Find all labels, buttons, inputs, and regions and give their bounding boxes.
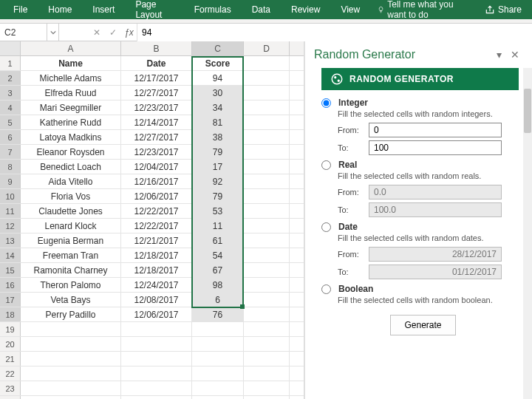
cell-D17[interactable] bbox=[244, 293, 290, 307]
row-header[interactable]: 23 bbox=[0, 381, 21, 395]
cell-C18[interactable]: 76 bbox=[192, 307, 244, 321]
cell-B2[interactable]: 12/17/2017 bbox=[121, 71, 192, 85]
pane-scrollbar[interactable] bbox=[523, 68, 532, 399]
cell-D15[interactable] bbox=[244, 263, 290, 277]
cell-C1[interactable]: Score bbox=[192, 56, 244, 70]
cell-B23[interactable] bbox=[121, 381, 192, 395]
generate-button[interactable]: Generate bbox=[390, 315, 455, 335]
cell-A16[interactable]: Theron Palomo bbox=[21, 278, 121, 292]
cell-D7[interactable] bbox=[244, 145, 290, 159]
row-header[interactable]: 3 bbox=[0, 86, 21, 100]
row-header[interactable]: 10 bbox=[0, 189, 21, 203]
option-date[interactable]: Date bbox=[321, 222, 525, 232]
integer-from-input[interactable] bbox=[369, 123, 502, 137]
cell-D19[interactable] bbox=[244, 322, 290, 336]
cell-A13[interactable]: Eugenia Berman bbox=[21, 233, 121, 248]
cell-D23[interactable] bbox=[244, 381, 290, 395]
cell-C5[interactable]: 81 bbox=[192, 115, 244, 129]
cell-D14[interactable] bbox=[244, 248, 290, 262]
col-header-a[interactable]: A bbox=[21, 41, 121, 55]
cell-C20[interactable] bbox=[192, 337, 244, 351]
row-header[interactable]: 11 bbox=[0, 204, 21, 218]
ribbon-tab-view[interactable]: View bbox=[330, 0, 370, 19]
cell-A9[interactable]: Aida Vitello bbox=[21, 174, 121, 188]
integer-to-input[interactable] bbox=[369, 140, 502, 155]
cell-D24[interactable] bbox=[244, 396, 290, 399]
cell-D8[interactable] bbox=[244, 160, 290, 174]
radio-boolean[interactable] bbox=[321, 284, 331, 294]
cell-B14[interactable]: 12/18/2017 bbox=[121, 248, 192, 262]
row-header[interactable]: 8 bbox=[0, 160, 21, 174]
cell-C4[interactable]: 34 bbox=[192, 100, 244, 115]
cell-A5[interactable]: Katherine Rudd bbox=[21, 115, 121, 129]
row-header[interactable]: 7 bbox=[0, 145, 21, 159]
radio-real[interactable] bbox=[321, 160, 331, 170]
ribbon-tab-file[interactable]: File bbox=[3, 0, 38, 19]
row-header[interactable]: 9 bbox=[0, 174, 21, 188]
radio-integer[interactable] bbox=[321, 98, 331, 108]
cell-C12[interactable]: 11 bbox=[192, 219, 244, 233]
cell-A4[interactable]: Mari Seegmiller bbox=[21, 100, 121, 115]
cell-A6[interactable]: Latoya Madkins bbox=[21, 130, 121, 144]
cell-A15[interactable]: Ramonita Charney bbox=[21, 263, 121, 277]
cell-D1[interactable] bbox=[244, 56, 290, 70]
cell-A10[interactable]: Floria Vos bbox=[21, 189, 121, 203]
formula-cancel[interactable]: ✕ bbox=[89, 24, 105, 41]
cell-D18[interactable] bbox=[244, 307, 290, 321]
row-header[interactable]: 2 bbox=[0, 71, 21, 85]
cell-B19[interactable] bbox=[121, 322, 192, 336]
ribbon-tab-formulas[interactable]: Formulas bbox=[184, 0, 242, 19]
row-header[interactable]: 17 bbox=[0, 293, 21, 307]
cell-C19[interactable] bbox=[192, 322, 244, 336]
row-header[interactable]: 6 bbox=[0, 130, 21, 144]
cell-A8[interactable]: Benedict Loach bbox=[21, 160, 121, 174]
cell-A22[interactable] bbox=[21, 366, 121, 381]
cell-B22[interactable] bbox=[121, 366, 192, 381]
cell-C3[interactable]: 30 bbox=[192, 86, 244, 100]
cell-A2[interactable]: Michelle Adams bbox=[21, 71, 121, 85]
cell-B18[interactable]: 12/06/2017 bbox=[121, 307, 192, 321]
cell-A1[interactable]: Name bbox=[21, 56, 121, 70]
row-header[interactable]: 24 bbox=[0, 396, 21, 399]
ribbon-tab-insert[interactable]: Insert bbox=[82, 0, 125, 19]
pane-menu[interactable]: ▾ bbox=[491, 49, 507, 61]
option-boolean[interactable]: Boolean bbox=[321, 284, 525, 294]
option-integer[interactable]: Integer bbox=[321, 98, 525, 108]
row-header[interactable]: 1 bbox=[0, 56, 21, 70]
ribbon-tab-home[interactable]: Home bbox=[38, 0, 82, 19]
cell-D10[interactable] bbox=[244, 189, 290, 203]
cell-C13[interactable]: 61 bbox=[192, 233, 244, 248]
cell-B16[interactable]: 12/24/2017 bbox=[121, 278, 192, 292]
cell-B4[interactable]: 12/23/2017 bbox=[121, 100, 192, 115]
cell-B13[interactable]: 12/21/2017 bbox=[121, 233, 192, 248]
cell-C24[interactable] bbox=[192, 396, 244, 399]
cell-B6[interactable]: 12/27/2017 bbox=[121, 130, 192, 144]
col-header-d[interactable]: D bbox=[244, 41, 290, 55]
cell-D16[interactable] bbox=[244, 278, 290, 292]
ribbon-tab-page-layout[interactable]: Page Layout bbox=[125, 0, 183, 19]
cell-B5[interactable]: 12/14/2017 bbox=[121, 115, 192, 129]
cell-D4[interactable] bbox=[244, 100, 290, 115]
cell-B8[interactable]: 12/04/2017 bbox=[121, 160, 192, 174]
row-header[interactable]: 12 bbox=[0, 219, 21, 233]
cell-D11[interactable] bbox=[244, 204, 290, 218]
cell-C17[interactable]: 6 bbox=[192, 293, 244, 307]
ribbon-tab-data[interactable]: Data bbox=[242, 0, 281, 19]
row-header[interactable]: 19 bbox=[0, 322, 21, 336]
row-header[interactable]: 5 bbox=[0, 115, 21, 129]
cell-D9[interactable] bbox=[244, 174, 290, 188]
cell-A11[interactable]: Claudette Jones bbox=[21, 204, 121, 218]
cell-B3[interactable]: 12/27/2017 bbox=[121, 86, 192, 100]
cell-C10[interactable]: 79 bbox=[192, 189, 244, 203]
cell-A18[interactable]: Perry Padillo bbox=[21, 307, 121, 321]
cell-D22[interactable] bbox=[244, 366, 290, 381]
cell-B11[interactable]: 12/22/2017 bbox=[121, 204, 192, 218]
cell-A7[interactable]: Eleanor Roysden bbox=[21, 145, 121, 159]
cell-D20[interactable] bbox=[244, 337, 290, 351]
cell-C6[interactable]: 38 bbox=[192, 130, 244, 144]
row-header[interactable]: 18 bbox=[0, 307, 21, 321]
select-all-corner[interactable] bbox=[0, 41, 21, 55]
cell-B7[interactable]: 12/23/2017 bbox=[121, 145, 192, 159]
cell-C8[interactable]: 17 bbox=[192, 160, 244, 174]
cell-D12[interactable] bbox=[244, 219, 290, 233]
